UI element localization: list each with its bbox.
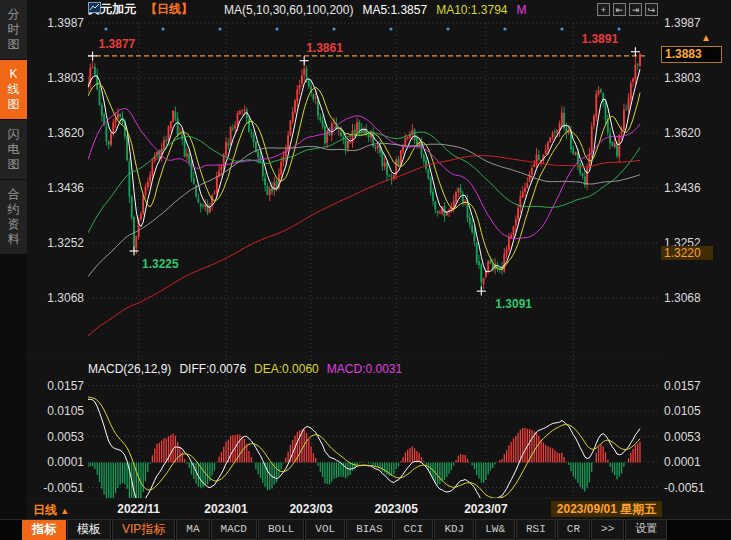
sidebar-item-contract-info[interactable]: 合约资料 bbox=[0, 180, 27, 254]
ma-settings-label: MA(5,10,30,60,100,200) bbox=[224, 3, 353, 17]
pan-crosshair-icon[interactable]: + bbox=[597, 3, 610, 16]
ma10-value: MA10:1.3794 bbox=[436, 3, 507, 17]
price-up-arrow-icon: ▲ bbox=[701, 32, 711, 43]
indicator-toolbar: 指标模板VIP指标MAMACDBOLLVOLBIASCCIKDJLW&RSICR… bbox=[0, 519, 731, 540]
macd-header: MACD(26,12,9) DIFF:0.0076 DEA:0.0060 MAC… bbox=[88, 362, 402, 376]
macd-title: MACD(26,12,9) bbox=[88, 362, 171, 376]
high-annotation: 1.3877 bbox=[99, 37, 136, 51]
exit-view-icon[interactable]: ↪ bbox=[645, 3, 658, 16]
chart-type-sidebar: 分时图K线图闪电图合约资料 bbox=[0, 0, 27, 540]
toolbar-button-templates[interactable]: 模板 bbox=[67, 520, 111, 540]
low-annotation: 1.3225 bbox=[142, 257, 179, 271]
header-icon-buttons: +⇤⇥↪ bbox=[597, 3, 658, 16]
marker-price-badge: 1.3220 bbox=[661, 246, 713, 260]
toolbar-button-rsi[interactable]: RSI bbox=[516, 520, 556, 540]
triangle-up-icon: ▲ bbox=[60, 506, 69, 516]
ma5-value: MA5:1.3857 bbox=[362, 3, 427, 17]
toolbar-button-vol[interactable]: VOL bbox=[305, 520, 345, 540]
toolbar-button-ma[interactable]: MA bbox=[176, 520, 209, 540]
current-price-badge: 1.3883 bbox=[661, 46, 722, 63]
view-prev-icon[interactable]: ⇤ bbox=[613, 3, 626, 16]
toolbar-button-bias[interactable]: BIAS bbox=[346, 520, 392, 540]
macd-dea-value: DEA:0.0060 bbox=[254, 362, 319, 376]
ma30-value-truncated: M bbox=[517, 3, 527, 17]
toolbar-button-macd[interactable]: MACD bbox=[211, 520, 257, 540]
period-selector[interactable]: 日线 ▲ bbox=[33, 502, 69, 519]
macd-histogram bbox=[88, 397, 640, 517]
period-tag: 【日线】 bbox=[145, 2, 193, 17]
toolbar-button-kdj[interactable]: KDJ bbox=[434, 520, 474, 540]
view-next-icon[interactable]: ⇥ bbox=[629, 3, 642, 16]
macd-diff-value: DIFF:0.0076 bbox=[179, 362, 246, 376]
chart-header: 美元加元 【日线】 MA(5,10,30,60,100,200) MA5:1.3… bbox=[88, 2, 527, 17]
chart-canvas[interactable]: 1.38771.38611.38911.32251.3091 bbox=[0, 0, 731, 540]
line-chart-icon bbox=[202, 4, 215, 15]
toolbar-button-more[interactable]: >> bbox=[591, 520, 624, 540]
sidebar-item-flash-chart[interactable]: 闪电图 bbox=[0, 120, 27, 179]
toolbar-button-cr[interactable]: CR bbox=[557, 520, 590, 540]
current-date-badge: 2023/09/01 星期五 bbox=[551, 501, 662, 517]
sidebar-item-kline-chart[interactable]: K线图 bbox=[0, 60, 27, 119]
toolbar-button-boll[interactable]: BOLL bbox=[258, 520, 304, 540]
ma-lines bbox=[88, 69, 640, 336]
sidebar-item-timeshare-chart[interactable]: 分时图 bbox=[0, 0, 27, 59]
high-annotation: 1.3891 bbox=[581, 32, 618, 46]
toolbar-button-indicators[interactable]: 指标 bbox=[22, 520, 66, 540]
toolbar-button-vip-indicators[interactable]: VIP指标 bbox=[112, 520, 175, 540]
low-annotation: 1.3091 bbox=[495, 297, 532, 311]
macd-macd-value: MACD:0.0031 bbox=[327, 362, 402, 376]
toolbar-button-lwr[interactable]: LW& bbox=[475, 520, 515, 540]
high-annotation: 1.3861 bbox=[306, 41, 343, 55]
toolbar-button-settings[interactable]: 设置 bbox=[625, 520, 667, 540]
candles bbox=[87, 52, 641, 291]
toolbar-button-cci[interactable]: CCI bbox=[394, 520, 434, 540]
